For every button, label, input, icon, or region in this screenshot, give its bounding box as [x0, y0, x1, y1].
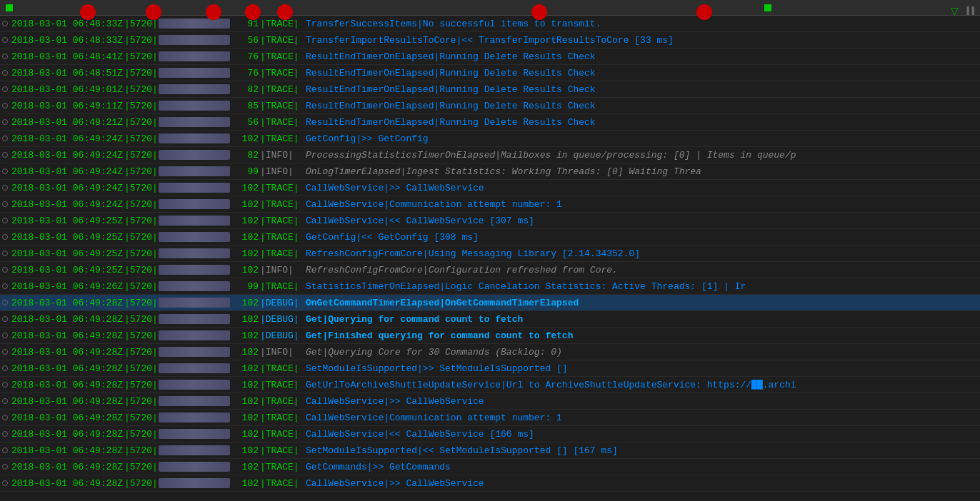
row-datetime: 2018-03-01 06:49:11Z — [10, 101, 124, 111]
row-datetime: 2018-03-01 06:49:25Z — [10, 216, 124, 226]
row-pid: |5720| — [124, 445, 157, 456]
row-datetime: 2018-03-01 06:49:01Z — [10, 84, 124, 95]
table-row[interactable]: 2018-03-01 06:49:24Z |5720| 102 |TRACE| … — [0, 180, 980, 196]
row-blurred — [159, 363, 230, 373]
badge-1[interactable] — [80, 4, 96, 20]
badge-2[interactable] — [146, 4, 161, 20]
row-blurred — [159, 248, 230, 258]
row-blurred — [159, 35, 230, 45]
row-pid: |5720| — [124, 84, 157, 95]
row-dot — [0, 150, 10, 161]
row-message: TransferSuccessItems|No successful items… — [303, 19, 980, 29]
row-dot — [0, 232, 10, 243]
row-dot — [0, 265, 10, 275]
table-row[interactable]: 2018-03-01 06:49:21Z |5720| 56 |TRACE| R… — [0, 114, 980, 131]
row-datetime: 2018-03-01 06:49:25Z — [10, 248, 124, 259]
table-row[interactable]: 2018-03-01 06:49:24Z |5720| 99 |INFO| On… — [0, 163, 980, 180]
row-blurred — [159, 166, 230, 176]
row-level: |TRACE| — [260, 363, 303, 374]
row-message: Get|Finished querying for command count … — [303, 330, 980, 341]
funnel-icon[interactable]: ▽ — [951, 5, 959, 16]
row-dot — [0, 314, 10, 325]
row-dot — [0, 413, 10, 423]
row-level: |TRACE| — [260, 281, 303, 292]
table-row[interactable]: 2018-03-01 06:49:28Z |5720| 102 |TRACE| … — [0, 360, 980, 377]
table-row[interactable]: 2018-03-01 06:49:28Z |5720| 102 |DEBUG| … — [0, 328, 980, 344]
table-row[interactable]: 2018-03-01 06:49:28Z |5720| 102 |DEBUG| … — [0, 295, 980, 311]
row-dot — [0, 281, 10, 292]
row-level: |TRACE| — [260, 68, 303, 79]
row-num: 76 — [231, 51, 260, 62]
row-num: 102 — [231, 199, 260, 210]
badge-6[interactable] — [531, 4, 547, 20]
table-row[interactable]: 2018-03-01 06:49:26Z |5720| 99 |TRACE| S… — [0, 278, 980, 295]
table-row[interactable]: 2018-03-01 06:49:25Z |5720| 102 |TRACE| … — [0, 246, 980, 262]
row-pid: |5720| — [124, 166, 157, 177]
table-row[interactable]: 2018-03-01 06:49:24Z |5720| 102 |TRACE| … — [0, 131, 980, 147]
log-container: 2018-03-01 06:48:33Z |5720| 91 |TRACE| T… — [0, 16, 980, 501]
row-pid: |5720| — [124, 183, 157, 193]
row-num: 56 — [231, 117, 260, 128]
table-row[interactable]: 2018-03-01 06:49:24Z |5720| 102 |TRACE| … — [0, 196, 980, 213]
table-row[interactable]: 2018-03-01 06:49:28Z |5720| 102 |TRACE| … — [0, 475, 980, 492]
row-pid: |5720| — [124, 101, 157, 111]
table-row[interactable]: 2018-03-01 06:49:28Z |5720| 102 |TRACE| … — [0, 459, 980, 475]
badge-7[interactable] — [696, 4, 712, 20]
row-datetime: 2018-03-01 06:49:28Z — [10, 363, 124, 374]
row-dot — [0, 429, 10, 440]
row-datetime: 2018-03-01 06:49:24Z — [10, 150, 124, 161]
table-row[interactable]: 2018-03-01 06:48:33Z |5720| 56 |TRACE| T… — [0, 32, 980, 49]
table-row[interactable]: 2018-03-01 06:49:24Z |5720| 82 |INFO| Pr… — [0, 147, 980, 163]
row-pid: |5720| — [124, 150, 157, 161]
table-row[interactable]: 2018-03-01 06:48:41Z |5720| 76 |TRACE| R… — [0, 49, 980, 65]
table-row[interactable]: 2018-03-01 06:49:25Z |5720| 102 |TRACE| … — [0, 213, 980, 229]
row-level: |TRACE| — [260, 462, 303, 472]
row-pid: |5720| — [124, 396, 157, 407]
resize-handle[interactable]: ▐▐ — [964, 6, 974, 14]
row-datetime: 2018-03-01 06:49:28Z — [10, 347, 124, 358]
row-level: |TRACE| — [260, 19, 303, 29]
row-num: 102 — [231, 216, 260, 226]
row-message: RefreshConfigFromCore|Configuration refr… — [303, 265, 980, 275]
row-message: ResultEndTimerOnElapsed|Running Delete R… — [303, 117, 980, 128]
header-title-area: ▽ ▐▐ — [951, 5, 974, 16]
row-blurred — [159, 133, 230, 143]
row-dot — [0, 166, 10, 177]
table-row[interactable]: 2018-03-01 06:49:25Z |5720| 102 |INFO| R… — [0, 262, 980, 278]
row-pid: |5720| — [124, 35, 157, 46]
row-blurred — [159, 396, 230, 406]
row-level: |TRACE| — [260, 51, 303, 62]
table-row[interactable]: 2018-03-01 06:49:11Z |5720| 85 |TRACE| R… — [0, 98, 980, 114]
row-blurred — [159, 232, 230, 242]
row-dot — [0, 216, 10, 226]
row-pid: |5720| — [124, 478, 157, 489]
row-datetime: 2018-03-01 06:49:28Z — [10, 330, 124, 341]
row-pid: |5720| — [124, 117, 157, 128]
badge-3[interactable] — [206, 4, 221, 20]
table-row[interactable]: 2018-03-01 06:49:28Z |5720| 102 |TRACE| … — [0, 410, 980, 426]
row-blurred — [159, 478, 230, 488]
table-row[interactable]: 2018-03-01 06:48:51Z |5720| 76 |TRACE| R… — [0, 65, 980, 81]
row-num: 102 — [231, 314, 260, 325]
row-blurred — [159, 117, 230, 127]
table-row[interactable]: 2018-03-01 06:49:28Z |5720| 102 |TRACE| … — [0, 393, 980, 410]
table-row[interactable]: 2018-03-01 06:49:28Z |5720| 102 |TRACE| … — [0, 426, 980, 442]
row-pid: |5720| — [124, 330, 157, 341]
table-row[interactable]: 2018-03-01 06:49:28Z |5720| 102 |INFO| G… — [0, 344, 980, 360]
row-dot — [0, 478, 10, 489]
row-dot — [0, 462, 10, 472]
table-row[interactable]: 2018-03-01 06:49:28Z |5720| 102 |TRACE| … — [0, 442, 980, 459]
row-pid: |5720| — [124, 413, 157, 423]
row-message: CallWebService|>> CallWebService — [303, 183, 980, 193]
table-row[interactable]: 2018-03-01 06:49:01Z |5720| 82 |TRACE| R… — [0, 81, 980, 98]
badge-5[interactable] — [277, 4, 293, 20]
table-row[interactable]: 2018-03-01 06:49:25Z |5720| 102 |TRACE| … — [0, 229, 980, 246]
row-num: 85 — [231, 101, 260, 111]
table-row[interactable]: 2018-03-01 06:48:33Z |5720| 91 |TRACE| T… — [0, 16, 980, 32]
row-datetime: 2018-03-01 06:48:33Z — [10, 19, 124, 29]
badge-4[interactable] — [245, 4, 261, 20]
row-num: 102 — [231, 183, 260, 193]
table-row[interactable]: 2018-03-01 06:49:28Z |5720| 102 |DEBUG| … — [0, 311, 980, 328]
table-row[interactable]: 2018-03-01 06:49:28Z |5720| 102 |TRACE| … — [0, 377, 980, 393]
row-pid: |5720| — [124, 248, 157, 259]
